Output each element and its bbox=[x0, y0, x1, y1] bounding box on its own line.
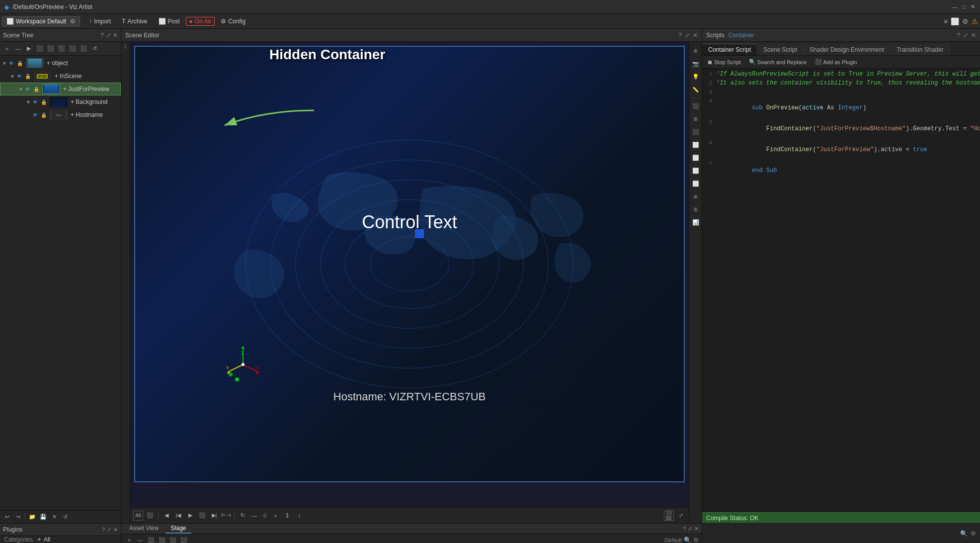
workspace-selector[interactable]: ⬜ Workspace Default ⚙ bbox=[2, 16, 80, 26]
timeline-first-btn[interactable]: |◀ bbox=[173, 511, 183, 521]
timeline-fps-btn[interactable]: ↕ bbox=[294, 511, 304, 521]
timeline-next-btn[interactable]: ▶| bbox=[209, 511, 219, 521]
scene-tree-expand-icon[interactable]: ⤢ bbox=[106, 32, 111, 39]
scripts-close-icon[interactable]: ✕ bbox=[971, 32, 976, 39]
tool-snap[interactable]: ⊞ bbox=[691, 114, 701, 124]
menu-archive[interactable]: T Archive bbox=[117, 17, 152, 26]
timeline-loop-btn[interactable]: ↻ bbox=[238, 511, 247, 521]
asset-anim-btn[interactable]: ⬛ bbox=[179, 535, 189, 543]
tree-btn5[interactable]: ⬛ bbox=[46, 44, 56, 54]
search-replace-button[interactable]: 🔍 Search and Replace bbox=[747, 58, 809, 66]
tree-remove-button[interactable]: — bbox=[13, 44, 23, 54]
timeline-keyframe-btn[interactable]: ⬛ bbox=[145, 511, 155, 521]
expand-icon-object[interactable]: ▼ bbox=[2, 61, 9, 66]
timeline-last-btn[interactable]: ⊢⊣ bbox=[221, 511, 231, 521]
tool-table[interactable]: ⊞ bbox=[691, 204, 701, 214]
expand-icon-jfp[interactable]: ▼ bbox=[18, 87, 25, 92]
tree-btn7[interactable]: ⬛ bbox=[68, 44, 78, 54]
asset-help-icon[interactable]: ? bbox=[683, 526, 686, 532]
scene-editor-close-icon[interactable]: ✕ bbox=[693, 32, 698, 39]
tab-asset-view[interactable]: Asset View bbox=[124, 524, 163, 534]
tree-item-hostname[interactable]: ▼ 👁 🔒 Hn + Hostname bbox=[0, 108, 121, 121]
tree-add-button[interactable]: + bbox=[2, 44, 12, 54]
tool-grid[interactable]: ⬛ bbox=[691, 127, 701, 137]
tool-camera[interactable]: 📷 bbox=[691, 59, 701, 69]
minimize-button[interactable]: — bbox=[951, 3, 958, 10]
tab-shader-design[interactable]: Shader Design Environment bbox=[804, 44, 891, 55]
menu-right-icon1[interactable]: ≡ bbox=[944, 17, 948, 25]
tool-measure[interactable]: 📏 bbox=[691, 85, 701, 94]
scene-tree-close-icon[interactable]: ✕ bbox=[113, 32, 118, 39]
tool-transform[interactable]: ⊕ bbox=[691, 46, 701, 56]
tree-bottom-x[interactable]: ✕ bbox=[49, 512, 59, 522]
lock-icon-hn[interactable]: 🔒 bbox=[41, 112, 49, 118]
scene-editor-expand-icon[interactable]: ⤢ bbox=[685, 32, 690, 39]
lock-icon-bg[interactable]: 🔒 bbox=[41, 99, 49, 105]
close-button[interactable]: ✕ bbox=[969, 3, 976, 10]
timeline-plus-btn[interactable]: + bbox=[270, 511, 280, 521]
menu-right-icon4[interactable]: ⚠ bbox=[972, 17, 978, 25]
timeline-fit-btn[interactable]: ⤢ bbox=[676, 511, 686, 521]
timeline-forward-btn[interactable]: ⟫ bbox=[282, 511, 292, 521]
tree-bottom-undo[interactable]: ↩ bbox=[2, 512, 12, 522]
tool-render[interactable]: ⬛ bbox=[691, 101, 701, 111]
tree-btn8[interactable]: ⬛ bbox=[79, 44, 88, 54]
add-plugin-button[interactable]: ⬛ Add as Plugin bbox=[813, 58, 859, 66]
asset-paste-btn[interactable]: ⬛ bbox=[157, 535, 167, 543]
tool-light[interactable]: 💡 bbox=[691, 72, 701, 82]
timeline-play-btn[interactable]: ▶ bbox=[185, 511, 195, 521]
eye-icon-hn[interactable]: 👁 bbox=[33, 112, 41, 118]
tool-wireframe[interactable]: ⬜ bbox=[691, 153, 701, 163]
tree-item-justforpreview[interactable]: ▼ 👁 🔒 + JustForPreview bbox=[0, 83, 121, 95]
timeline-all-btn[interactable]: All bbox=[133, 511, 143, 521]
maximize-button[interactable]: □ bbox=[960, 3, 967, 10]
eye-icon-inscene[interactable]: 👁 bbox=[17, 74, 25, 79]
tab-scene-script[interactable]: Scene Script bbox=[757, 44, 804, 55]
lock-icon-jfp[interactable]: 🔒 bbox=[33, 87, 41, 92]
scene-tree-help-icon[interactable]: ? bbox=[100, 32, 104, 39]
scene-canvas-area[interactable]: Hidden Container bbox=[130, 42, 689, 507]
tool-safe-frames[interactable]: ⬜ bbox=[691, 140, 701, 150]
code-editor[interactable]: 1 'If AlwaysRunPreviewScript is set to T… bbox=[702, 69, 980, 512]
tree-bottom-open[interactable]: 📁 bbox=[27, 512, 37, 522]
tab-container-script[interactable]: Container Script bbox=[702, 44, 757, 55]
menu-config[interactable]: ⚙ Config bbox=[216, 17, 250, 26]
tree-bottom-redo[interactable]: ↪ bbox=[13, 512, 23, 522]
scene-editor-help-icon[interactable]: ? bbox=[678, 32, 682, 39]
menu-on-air[interactable]: ● On Air bbox=[186, 17, 215, 26]
expand-icon-inscene[interactable]: ▼ bbox=[10, 74, 17, 79]
tool-object[interactable]: ⊕ bbox=[691, 191, 701, 201]
stage-settings-icon[interactable]: ⚙ bbox=[693, 537, 699, 543]
scripts-search-icon[interactable]: 🔍 bbox=[960, 530, 968, 537]
tree-btn4[interactable]: ⬛ bbox=[35, 44, 45, 54]
tree-bottom-reload[interactable]: ↺ bbox=[60, 512, 70, 522]
tab-transition-shader[interactable]: Transition Shader bbox=[891, 44, 950, 55]
menu-right-icon3[interactable]: ⚙ bbox=[962, 17, 969, 25]
tree-bottom-save[interactable]: 💾 bbox=[38, 512, 48, 522]
scripts-expand-icon[interactable]: ⤢ bbox=[963, 32, 968, 39]
expand-icon-hn[interactable]: ▼ bbox=[26, 112, 33, 118]
asset-copy-btn[interactable]: ⬛ bbox=[146, 535, 156, 543]
scripts-help-icon[interactable]: ? bbox=[957, 32, 960, 39]
menu-import[interactable]: ↑ Import bbox=[84, 17, 116, 26]
plugins-expand-icon[interactable]: ⤢ bbox=[107, 527, 111, 533]
scripts-gear-icon[interactable]: ⚙ bbox=[971, 530, 976, 537]
stage-search-icon[interactable]: 🔍 bbox=[684, 537, 691, 543]
workspace-settings-icon[interactable]: ⚙ bbox=[70, 18, 76, 25]
tree-btn6[interactable]: ⬛ bbox=[57, 44, 67, 54]
timeline-prev-btn[interactable]: ◀ bbox=[162, 511, 171, 521]
lock-icon-object[interactable]: 🔒 bbox=[17, 61, 25, 66]
eye-icon-object[interactable]: 👁 bbox=[9, 61, 17, 66]
plugins-close-icon[interactable]: ✕ bbox=[113, 527, 118, 533]
tool-chart[interactable]: 📊 bbox=[691, 217, 701, 227]
tool-ortho[interactable]: ⬜ bbox=[691, 166, 701, 176]
asset-expand-icon[interactable]: ⤢ bbox=[688, 526, 692, 532]
timeline-minus-btn[interactable]: — bbox=[249, 511, 259, 521]
eye-icon-jfp[interactable]: 👁 bbox=[25, 87, 33, 92]
tree-item-background[interactable]: ▼ 👁 🔒 + Background bbox=[0, 95, 121, 108]
asset-close-icon[interactable]: ✕ bbox=[694, 526, 699, 532]
menu-right-icon2[interactable]: ⬜ bbox=[951, 17, 959, 25]
stop-script-button[interactable]: ⏹ Stop Script bbox=[705, 58, 743, 66]
lock-icon-inscene[interactable]: 🔒 bbox=[25, 74, 33, 79]
timeline-stop-btn[interactable]: ⬛ bbox=[197, 511, 207, 521]
